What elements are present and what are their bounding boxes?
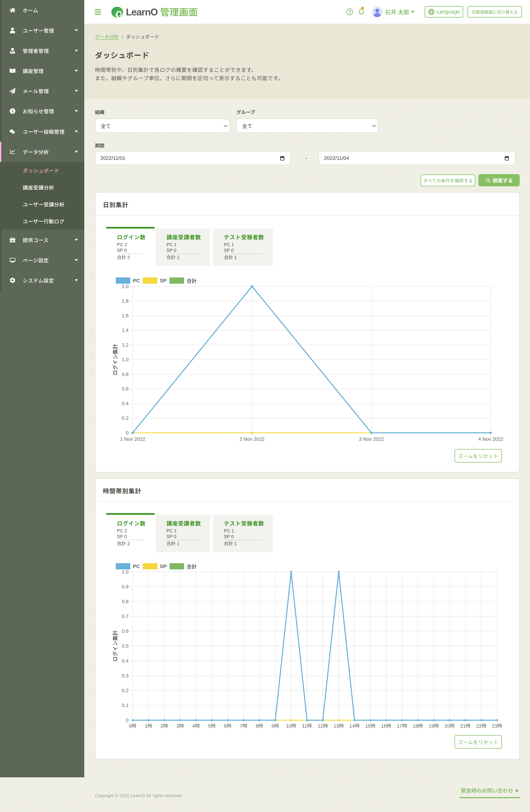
svg-text:21時: 21時: [460, 723, 471, 729]
svg-text:5時: 5時: [208, 723, 216, 729]
svg-text:9時: 9時: [271, 723, 279, 729]
svg-text:3 Nov 2022: 3 Nov 2022: [359, 436, 384, 442]
svg-text:1.2: 1.2: [122, 342, 129, 348]
svg-text:1.4: 1.4: [122, 328, 129, 333]
svg-text:0.2: 0.2: [122, 688, 129, 693]
svg-text:10時: 10時: [286, 723, 296, 729]
svg-text:0.4: 0.4: [122, 401, 129, 406]
svg-text:20時: 20時: [444, 723, 455, 729]
svg-text:1.0: 1.0: [122, 357, 129, 362]
svg-text:1.0: 1.0: [122, 569, 129, 575]
svg-text:0時: 0時: [129, 723, 136, 729]
svg-text:0.7: 0.7: [122, 613, 129, 619]
svg-text:3時: 3時: [176, 723, 184, 729]
svg-text:4 Nov 2022: 4 Nov 2022: [478, 436, 503, 442]
svg-text:1.8: 1.8: [122, 299, 129, 304]
svg-text:0: 0: [126, 717, 129, 723]
svg-text:11時: 11時: [302, 723, 312, 729]
svg-text:2.0: 2.0: [122, 284, 129, 289]
svg-text:23時: 23時: [492, 723, 502, 729]
svg-text:8時: 8時: [256, 723, 263, 729]
svg-text:6時: 6時: [224, 723, 232, 729]
svg-text:12時: 12時: [318, 723, 328, 729]
svg-text:0.2: 0.2: [122, 416, 129, 421]
svg-text:14時: 14時: [349, 723, 360, 729]
svg-text:13時: 13時: [334, 723, 344, 729]
svg-text:0.5: 0.5: [122, 643, 129, 649]
svg-text:18時: 18時: [413, 723, 423, 729]
svg-text:4時: 4時: [192, 723, 200, 729]
svg-text:0.8: 0.8: [122, 372, 129, 377]
svg-text:19時: 19時: [429, 723, 439, 729]
svg-text:ログイン集計: ログイン集計: [112, 630, 118, 662]
svg-text:2時: 2時: [161, 723, 168, 729]
svg-text:ログイン集計: ログイン集計: [112, 344, 118, 375]
svg-text:2 Nov 2022: 2 Nov 2022: [239, 436, 265, 442]
svg-text:7時: 7時: [240, 723, 247, 729]
svg-text:0.6: 0.6: [122, 386, 129, 392]
svg-text:0.1: 0.1: [122, 702, 129, 708]
svg-text:15時: 15時: [365, 723, 376, 729]
svg-text:22時: 22時: [476, 723, 487, 729]
svg-text:17時: 17時: [397, 723, 407, 729]
svg-text:1 Nov 2022: 1 Nov 2022: [120, 436, 145, 442]
svg-text:0.4: 0.4: [122, 658, 129, 664]
svg-text:16時: 16時: [381, 723, 391, 729]
svg-text:0.8: 0.8: [122, 599, 129, 604]
svg-text:0.9: 0.9: [122, 584, 129, 589]
svg-text:0.6: 0.6: [122, 628, 129, 634]
svg-text:0: 0: [126, 430, 129, 435]
svg-text:1時: 1時: [145, 723, 152, 729]
svg-text:0.3: 0.3: [122, 673, 129, 679]
svg-text:1.6: 1.6: [122, 313, 129, 318]
